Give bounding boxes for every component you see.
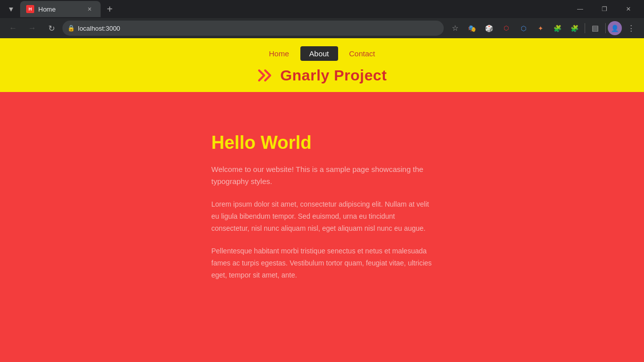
intro-text: Welcome to our website! This is a sample… xyxy=(211,163,433,188)
toolbar-right: ☆ 🎭 🎲 ⬡ ⬡ ✦ 🧩 🧩 ▤ 👤 ⋮ xyxy=(447,20,639,36)
tab-favicon: H xyxy=(26,5,34,13)
close-window-button[interactable]: ✕ xyxy=(617,1,640,17)
nav-contact[interactable]: Contact xyxy=(340,46,384,61)
reload-button[interactable]: ↻ xyxy=(43,20,59,36)
forward-button[interactable]: → xyxy=(24,20,40,36)
site-title-area: Gnarly Project xyxy=(257,67,387,84)
title-bar-left: ▼ H Home × + xyxy=(4,1,117,17)
toolbar-divider xyxy=(585,23,585,33)
browser-toolbar: ← → ↻ 🔒 ☆ 🎭 🎲 ⬡ ⬡ ✦ 🧩 🧩 ▤ 👤 ⋮ xyxy=(0,18,644,38)
nav-bar: Home About Contact xyxy=(260,46,384,61)
bookmark-button[interactable]: ☆ xyxy=(447,20,463,36)
title-bar: ▼ H Home × + — ❐ ✕ xyxy=(0,0,644,18)
nav-about[interactable]: About xyxy=(300,46,338,61)
extension-icon-6[interactable]: 🧩 xyxy=(549,20,566,36)
tab-title: Home xyxy=(38,6,80,13)
site-title-text: Gnarly Project xyxy=(280,67,387,84)
site-header: Home About Contact Gnarly Project xyxy=(0,38,644,92)
main-content: Hello World Welcome to our website! This… xyxy=(201,132,443,293)
minimize-button[interactable]: — xyxy=(569,1,592,17)
nav-home[interactable]: Home xyxy=(260,46,298,61)
double-chevron-icon xyxy=(257,68,275,82)
address-bar-wrap[interactable]: 🔒 xyxy=(62,21,444,36)
sidebar-button[interactable]: ▤ xyxy=(587,20,603,36)
body-paragraph-2: Pellentesque habitant morbi tristique se… xyxy=(211,245,433,281)
new-tab-button[interactable]: + xyxy=(103,2,117,16)
profile-button[interactable]: 👤 xyxy=(608,21,622,35)
extensions-button[interactable]: 🧩 xyxy=(567,20,583,36)
site-body: Hello World Welcome to our website! This… xyxy=(0,92,644,323)
back-button[interactable]: ← xyxy=(5,20,21,36)
extension-icon-2[interactable]: 🎲 xyxy=(481,20,497,36)
browser-chrome: ▼ H Home × + — ❐ ✕ ← → ↻ 🔒 ☆ 🎭 xyxy=(0,0,644,38)
lock-icon: 🔒 xyxy=(67,25,75,32)
extension-icon-3[interactable]: ⬡ xyxy=(498,20,514,36)
website-content: Home About Contact Gnarly Project Hello … xyxy=(0,38,644,362)
tab-list-button[interactable]: ▼ xyxy=(4,2,18,16)
window-controls: — ❐ ✕ xyxy=(569,1,640,17)
active-tab[interactable]: H Home × xyxy=(20,1,101,17)
extension-icon-5[interactable]: ✦ xyxy=(532,20,548,36)
toolbar-divider-2 xyxy=(605,23,606,33)
menu-button[interactable]: ⋮ xyxy=(623,20,639,36)
extension-icon-1[interactable]: 🎭 xyxy=(464,20,480,36)
tab-close-button[interactable]: × xyxy=(85,4,95,14)
address-bar[interactable] xyxy=(78,25,439,32)
maximize-button[interactable]: ❐ xyxy=(593,1,616,17)
body-paragraph-1: Lorem ipsum dolor sit amet, consectetur … xyxy=(211,199,433,234)
page-heading: Hello World xyxy=(211,132,433,153)
extension-icon-4[interactable]: ⬡ xyxy=(515,20,531,36)
